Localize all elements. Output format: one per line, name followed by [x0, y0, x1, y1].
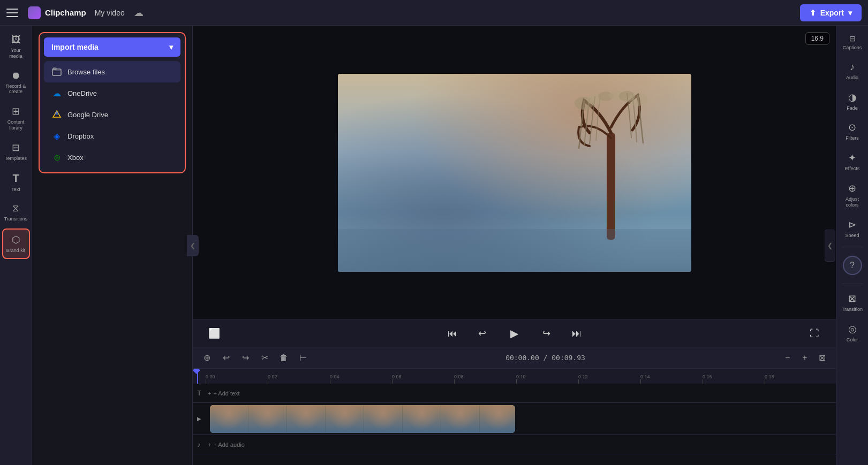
sidebar-item-your-media[interactable]: 🖼 Your media: [2, 30, 30, 64]
import-chevron-icon: ▾: [169, 43, 173, 51]
export-icon: ⬆: [810, 9, 816, 17]
rewind-button[interactable]: ↩: [474, 325, 491, 342]
screen-mirror-button[interactable]: ⬜: [206, 325, 223, 342]
ruler-label-9: 0:18: [765, 374, 774, 379]
right-item-audio[interactable]: ♪ Audio: [839, 57, 866, 85]
sidebar-item-transitions[interactable]: ⧖ Transitions: [2, 199, 30, 226]
help-icon: ?: [850, 261, 855, 270]
adjust-colors-icon: ⊕: [848, 182, 856, 194]
main-area: 🖼 Your media ⏺ Record &create ⊞ Contentl…: [0, 26, 868, 465]
content-library-icon: ⊞: [12, 105, 20, 117]
ruler-tick-9: [765, 379, 765, 384]
ruler-label-5: 0:10: [516, 374, 526, 379]
right-label-audio: Audio: [846, 75, 858, 81]
skip-back-button[interactable]: ⏮: [444, 325, 461, 342]
sidebar-item-brand-kit[interactable]: ⬡ Brand kit: [2, 228, 30, 259]
right-sidebar: ❮ ⊟ Captions ♪ Audio ◑ Fade ⊙ Filters ✦ …: [836, 26, 868, 465]
app-name: Clipchamp: [45, 8, 86, 17]
panel-collapse-button[interactable]: ❮: [187, 235, 199, 256]
aspect-ratio-badge[interactable]: 16:9: [805, 32, 829, 45]
color-icon: ◎: [848, 323, 857, 335]
willow-tree-graphic: [563, 74, 659, 240]
add-text-button[interactable]: + + Add text: [208, 390, 240, 397]
timeline-timecode: 00:00.00 / 00:09.93: [315, 354, 776, 362]
menu-icon[interactable]: [6, 5, 21, 20]
fullscreen-button[interactable]: ⛶: [806, 325, 823, 342]
thumb-6: [403, 405, 441, 433]
add-text-label: + Add text: [213, 390, 239, 397]
video-title[interactable]: My video: [95, 9, 125, 17]
right-item-transition[interactable]: ⊠ Transition: [839, 288, 866, 317]
right-item-fade[interactable]: ◑ Fade: [839, 87, 866, 116]
thumb-2: [248, 405, 287, 433]
cut-button[interactable]: ✂: [257, 350, 272, 365]
undo-button[interactable]: ↩: [218, 350, 233, 365]
right-item-effects[interactable]: ✦ Effects: [839, 148, 866, 176]
sidebar-label-record-create: Record &create: [6, 83, 26, 95]
svg-rect-5: [607, 133, 615, 240]
xbox-item[interactable]: ⊛ Xbox: [44, 147, 180, 168]
browse-files-item[interactable]: Browse files: [44, 61, 180, 82]
bottom-section: ⊕ ↩ ↪ ✂ 🗑 ⊢ 00:00.00 / 00:09.93 − + ⊠: [193, 347, 836, 465]
ruler-tick-1: [268, 379, 268, 384]
sidebar-item-templates[interactable]: ⊟ Templates: [2, 138, 30, 166]
ruler-marks-container: 0:00 0:02 0:04 0:06: [197, 369, 827, 384]
import-media-button[interactable]: Import media ▾: [44, 37, 180, 57]
browse-files-icon: [51, 66, 62, 77]
right-label-color: Color: [847, 337, 858, 343]
add-audio-button[interactable]: + + Add audio: [208, 441, 245, 448]
forward-button[interactable]: ↪: [538, 325, 555, 342]
onedrive-item[interactable]: ☁ OneDrive: [44, 82, 180, 104]
app-logo: Clipchamp: [28, 6, 86, 19]
export-button[interactable]: ⬆ Export ▾: [800, 4, 862, 21]
thumb-8: [480, 405, 515, 433]
ruler-tick-0: [206, 379, 206, 384]
magnet-tool-button[interactable]: ⊕: [199, 350, 214, 365]
text-icon: T: [12, 172, 19, 185]
sidebar-item-content-library[interactable]: ⊞ Contentlibrary: [2, 101, 30, 135]
sidebar-item-record-create[interactable]: ⏺ Record &create: [2, 66, 30, 100]
text-track-content[interactable]: + + Add text: [208, 384, 836, 402]
playback-controls: ⬜ ⏮ ↩ ▶ ↪ ⏭ ⛶: [193, 319, 836, 347]
thumb-1: [210, 405, 248, 433]
transitions-icon: ⧖: [12, 203, 19, 214]
thumb-3: [287, 405, 326, 433]
redo-button[interactable]: ↪: [238, 350, 253, 365]
delete-button[interactable]: 🗑: [276, 350, 291, 365]
onedrive-label: OneDrive: [67, 89, 97, 97]
right-panel-collapse-button[interactable]: ❮: [825, 230, 835, 262]
right-item-adjust-colors[interactable]: ⊕ Adjustcolors: [839, 178, 866, 212]
aspect-ratio-label: 16:9: [811, 35, 824, 42]
help-button[interactable]: ?: [843, 256, 862, 275]
ruler-label-3: 0:06: [392, 374, 402, 379]
ruler-tick-5: [516, 379, 517, 384]
svg-rect-0: [52, 69, 61, 75]
right-item-filters[interactable]: ⊙ Filters: [839, 117, 866, 146]
dropbox-item[interactable]: ◈ Dropbox: [44, 125, 180, 147]
right-sidebar-divider: [842, 247, 863, 247]
ruler-mark-7: 0:14: [640, 374, 703, 384]
ruler-mark-6: 0:12: [578, 374, 640, 384]
skip-forward-button[interactable]: ⏭: [568, 325, 585, 342]
google-drive-item[interactable]: Google Drive: [44, 104, 180, 125]
audio-track-content[interactable]: + + Add audio: [208, 435, 836, 454]
zoom-out-button[interactable]: −: [780, 350, 795, 365]
thumb-5: [364, 405, 403, 433]
sidebar-item-text[interactable]: T Text: [2, 168, 30, 197]
right-item-color[interactable]: ◎ Color: [839, 319, 866, 347]
right-item-captions[interactable]: ⊟ Captions: [839, 30, 866, 55]
ruler-mark-2: 0:04: [330, 374, 392, 384]
ruler-label-8: 0:16: [703, 374, 712, 379]
video-track-content[interactable]: [208, 405, 515, 433]
zoom-in-button[interactable]: +: [797, 350, 812, 365]
speed-icon: ⊳: [848, 219, 856, 231]
svg-rect-1: [52, 71, 61, 71]
split-button[interactable]: ⊢: [296, 350, 311, 365]
fit-view-button[interactable]: ⊠: [814, 350, 829, 365]
export-label: Export: [820, 9, 844, 17]
right-label-effects: Effects: [845, 166, 859, 172]
sidebar-label-transitions: Transitions: [4, 216, 28, 222]
right-item-speed[interactable]: ⊳ Speed: [839, 215, 866, 243]
play-pause-button[interactable]: ▶: [504, 323, 525, 344]
import-label: Import media: [51, 43, 99, 51]
